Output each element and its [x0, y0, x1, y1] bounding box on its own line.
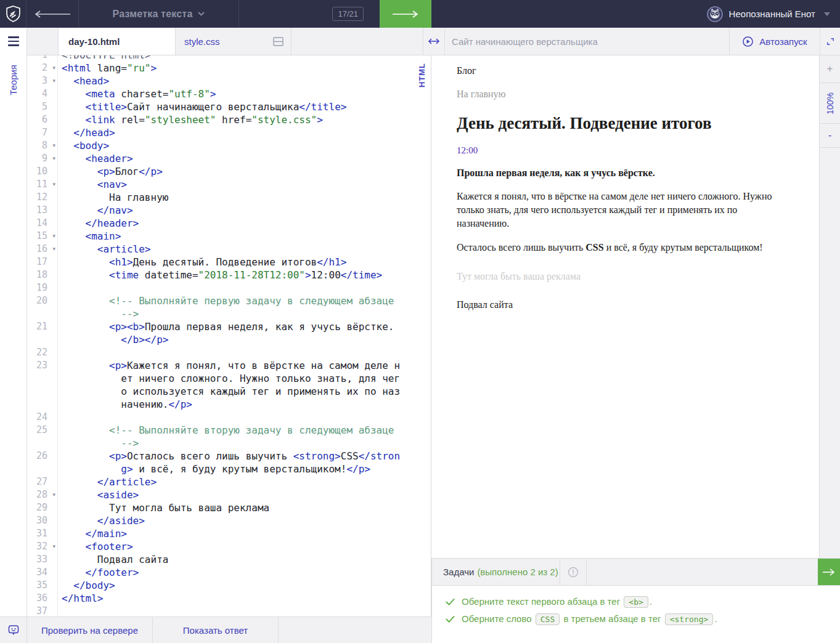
next-task-button[interactable] — [380, 0, 431, 28]
code-line-content: <head> — [62, 75, 403, 87]
code-line[interactable]: 9▾<header> — [27, 152, 431, 165]
line-number: 29 — [27, 501, 58, 514]
fold-caret-icon[interactable]: ▾ — [52, 178, 55, 191]
course-dropdown[interactable]: Разметка текста — [79, 0, 239, 28]
code-line-content: <html lang="ru"> — [62, 62, 403, 75]
line-number: 30 — [27, 514, 58, 527]
code-line[interactable]: 21<p><b>Прошла первая неделя, как я учус… — [27, 320, 431, 346]
code-line[interactable]: 10<p>Блог</p> — [27, 165, 431, 178]
fold-caret-icon[interactable]: ▾ — [52, 75, 55, 87]
code-line[interactable]: 27</article> — [27, 475, 431, 488]
code-line[interactable]: 20<!-- Выполняйте первую задачу в следую… — [27, 294, 431, 320]
tasks-list: Оберните текст первого абзаца в тег <b>.… — [431, 586, 840, 643]
code-line[interactable]: 25<!-- Выполняйте вторую задачу в следую… — [27, 424, 431, 450]
code-line[interactable]: 34</footer> — [27, 566, 431, 579]
back-arrow-icon[interactable] — [27, 0, 79, 28]
code-line-content: </footer> — [62, 566, 403, 579]
line-number: 20 — [27, 294, 58, 320]
zoom-out-button[interactable]: - — [820, 124, 840, 148]
code-line[interactable]: 26<p>Осталось всего лишь выучить <strong… — [27, 450, 431, 475]
code-line[interactable]: 23<p>Кажется я понял, что в вёрстке на с… — [27, 359, 431, 411]
code-line[interactable]: 22 — [27, 346, 431, 359]
code-line-content: Тут могла быть ваша реклама — [62, 501, 403, 514]
line-number: 9▾ — [27, 152, 58, 165]
fold-caret-icon[interactable]: ▾ — [52, 488, 55, 501]
code-line[interactable]: 33Подвал сайта — [27, 553, 431, 566]
code-line[interactable]: 1<!DOCTYPE html> — [27, 55, 431, 62]
code-line[interactable]: 11▾<nav> — [27, 178, 431, 191]
pane-resize-handle[interactable] — [423, 28, 445, 55]
line-number: 6 — [27, 113, 58, 126]
preview-blog: Блог — [457, 64, 791, 78]
code-line-content: </article> — [62, 475, 403, 488]
show-answer-button[interactable]: Показать ответ — [153, 617, 279, 643]
line-number: 2▾ — [27, 62, 58, 75]
line-number: 5 — [27, 100, 58, 113]
tasks-info-button[interactable] — [560, 559, 587, 585]
code-line[interactable]: 8▾<body> — [27, 139, 431, 152]
code-line[interactable]: 19 — [27, 281, 431, 294]
code-line[interactable]: 35</body> — [27, 579, 431, 592]
task-item: Оберните текст первого абзаца в тег <b>. — [446, 596, 840, 607]
tab-day-10-html[interactable]: day-10.html — [58, 28, 176, 55]
code-line[interactable]: 17<h1>День десятый. Подведение итогов</h… — [27, 256, 431, 269]
code-line[interactable]: 36</html> — [27, 592, 431, 605]
chevron-down-icon — [198, 12, 205, 16]
code-line-content: </head> — [62, 126, 403, 139]
code-line[interactable]: 13</nav> — [27, 204, 431, 217]
code-line[interactable]: 14</header> — [27, 217, 431, 230]
code-line[interactable]: 24 — [27, 411, 431, 424]
fold-caret-icon[interactable]: ▾ — [52, 243, 55, 256]
code-line[interactable]: 2▾<html lang="ru"> — [27, 62, 431, 75]
left-sidebar: Теория — [0, 28, 27, 643]
menu-hamburger-icon[interactable] — [8, 36, 19, 46]
code-line[interactable]: 28▾<aside> — [27, 488, 431, 501]
user-menu[interactable]: Неопознанный Енот — [431, 0, 840, 28]
htmlacademy-logo-icon[interactable] — [0, 0, 27, 28]
code-line[interactable]: 5<title>Сайт начинающего верстальщика</t… — [27, 100, 431, 113]
code-line[interactable]: 15▾<main> — [27, 230, 431, 243]
zoom-in-button[interactable]: + — [820, 55, 840, 83]
check-on-server-button[interactable]: Проверить на сервере — [27, 617, 153, 643]
code-line[interactable]: 37 — [27, 605, 431, 617]
split-view-icon[interactable] — [273, 37, 283, 46]
fold-caret-icon[interactable]: ▾ — [52, 230, 55, 243]
code-line[interactable]: 3▾<head> — [27, 75, 431, 87]
code-line[interactable]: 16▾<article> — [27, 243, 431, 256]
tab-bar-empty — [292, 28, 423, 55]
fold-caret-icon[interactable]: ▾ — [52, 540, 55, 553]
feedback-button[interactable] — [0, 617, 27, 643]
tasks-next-button[interactable] — [818, 559, 840, 585]
code-line-content: <header> — [62, 152, 403, 165]
code-line-content: <aside> — [62, 488, 403, 501]
code-line[interactable]: 7</head> — [27, 126, 431, 139]
line-number: 3▾ — [27, 75, 58, 87]
line-number: 7 — [27, 126, 58, 139]
code-editor[interactable]: 1<!DOCTYPE html>2▾<html lang="ru">3▾<hea… — [27, 55, 431, 617]
fold-caret-icon[interactable]: ▾ — [52, 139, 55, 152]
code-line[interactable]: 30</aside> — [27, 514, 431, 527]
line-number: 32▾ — [27, 540, 58, 553]
code-line-content: <title>Сайт начинающего верстальщика</ti… — [62, 100, 403, 113]
preview-page-title: Сайт начинающего верстальщика — [445, 28, 729, 55]
tab-label: day-10.html — [68, 36, 120, 47]
check-icon — [446, 615, 455, 623]
code-line[interactable]: 12На главную — [27, 191, 431, 204]
code-chip: <b> — [624, 596, 648, 608]
code-line[interactable]: 31</main> — [27, 527, 431, 540]
autorun-button[interactable]: Автозапуск — [729, 28, 820, 55]
fold-caret-icon[interactable]: ▾ — [52, 62, 55, 75]
tab-style-css[interactable]: style.css — [176, 28, 292, 55]
preview-strong-css: CSS — [585, 242, 603, 253]
preview-nav-link: На главную — [457, 87, 791, 101]
code-line[interactable]: 4<meta charset="utf-8"> — [27, 87, 431, 100]
fold-caret-icon[interactable]: ▾ — [52, 152, 55, 165]
code-line[interactable]: 32▾<footer> — [27, 540, 431, 553]
code-line[interactable]: 29Тут могла быть ваша реклама — [27, 501, 431, 514]
theory-toggle[interactable]: Теория — [8, 65, 18, 95]
code-line[interactable]: 18<time datetime="2018-11-28T12:00">12:0… — [27, 269, 431, 281]
fullscreen-button[interactable] — [820, 28, 840, 55]
line-number: 8▾ — [27, 139, 58, 152]
preview-pane: Блог На главную День десятый. Подведение… — [431, 55, 819, 558]
code-line[interactable]: 6<link rel="stylesheet" href="style.css"… — [27, 113, 431, 126]
